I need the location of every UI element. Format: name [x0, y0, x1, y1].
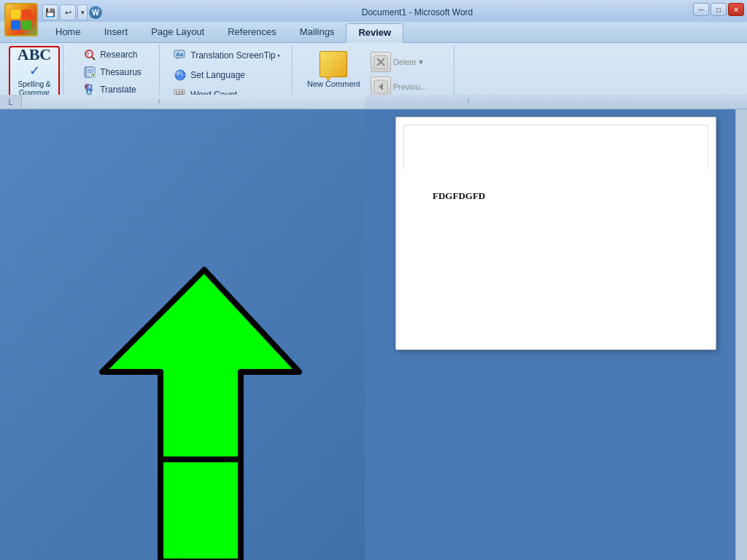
green-arrow — [73, 255, 306, 560]
tab-home[interactable]: Home — [44, 23, 93, 42]
translation-screentip-button[interactable]: Aa Translation ScreenTip ▾ — [169, 47, 285, 64]
white-page[interactable]: FDGFDGFD — [395, 117, 716, 350]
thesaurus-button[interactable]: T Thesaurus — [78, 63, 146, 81]
undo-button[interactable]: ↩ — [60, 4, 76, 20]
tab-bar: Home Insert Page Layout References Maili… — [0, 20, 747, 43]
svg-line-1 — [92, 57, 95, 60]
previous-label: Previou... — [393, 82, 427, 91]
horizontal-ruler: · · · · · · · · · · · 1 · · · · · · · · … — [22, 95, 365, 109]
document-area: L · · · · · · · · · · · 1 · · · · · · · … — [0, 95, 747, 560]
new-comment-label: New Comment — [307, 79, 360, 89]
delete-arrow: ▾ — [419, 57, 423, 67]
set-language-label: Set Language — [190, 70, 245, 80]
tab-references[interactable]: References — [216, 23, 287, 42]
previous-icon — [371, 77, 391, 97]
svg-text:♿: ♿ — [86, 84, 93, 90]
doc-page-area: FDGFDGFD — [365, 109, 747, 357]
set-language-icon: ABC — [173, 68, 187, 82]
delete-comment-button[interactable]: Delete ▾ — [368, 50, 430, 74]
proofing-items: ? Research T — [78, 46, 146, 98]
tab-review[interactable]: Review — [346, 23, 403, 43]
spelling-check-icon: ✓ — [29, 63, 40, 79]
svg-rect-30 — [160, 459, 241, 560]
comment-action-buttons: Delete ▾ Previou... — [368, 47, 430, 98]
close-button[interactable]: ✕ — [728, 3, 744, 16]
svg-text:?: ? — [86, 52, 89, 57]
spelling-abc-icon: ABC — [18, 47, 51, 63]
set-language-button[interactable]: ABC Set Language — [169, 66, 285, 84]
right-panel: · · · · · · · · · 1 · · · · · · · · · · … — [365, 95, 747, 560]
new-comment-button[interactable]: New Comment — [300, 47, 368, 92]
research-icon: ? — [82, 47, 97, 62]
research-button[interactable]: ? Research — [78, 46, 146, 63]
window-controls: ─ □ ✕ — [693, 3, 744, 16]
redo-button[interactable]: ▾ — [77, 4, 88, 20]
left-panel: L · · · · · · · · · · · 1 · · · · · · · … — [0, 95, 365, 560]
translation-screentip-arrow: ▾ — [277, 52, 280, 59]
svg-marker-16 — [177, 58, 179, 60]
doc-ruler-marks: · · · · · · · · · 1 · · · · · · · · · · … — [372, 98, 747, 104]
minimize-button[interactable]: ─ — [693, 3, 709, 16]
svg-text:ABC: ABC — [175, 71, 183, 75]
ruler-corner[interactable]: L — [0, 95, 22, 109]
word-icon: W — [89, 6, 102, 19]
thesaurus-icon: T — [82, 65, 97, 79]
save-button[interactable]: 💾 — [42, 4, 58, 20]
tab-insert[interactable]: Insert — [93, 23, 140, 42]
ruler-area: L · · · · · · · · · · · 1 · · · · · · · … — [0, 95, 365, 109]
document-text: FDGFDGFD — [433, 190, 679, 202]
translation-screentip-label: Translation ScreenTip — [190, 50, 276, 61]
spelling-grammar-button[interactable]: ABC ✓ Spelling & Grammar — [9, 46, 60, 98]
maximize-button[interactable]: □ — [711, 3, 727, 16]
office-button[interactable] — [4, 3, 38, 36]
thesaurus-label: Thesaurus — [100, 67, 142, 77]
vertical-scrollbar[interactable] — [735, 109, 747, 560]
translate-label: Translate — [100, 85, 136, 95]
delete-label: Delete — [393, 58, 417, 66]
translation-screentip-icon: Aa — [173, 48, 187, 63]
quick-access-toolbar: 💾 ↩ ▾ W — [42, 4, 102, 20]
title-bar: 💾 ↩ ▾ W Document1 - Microsoft Word ─ □ ✕ — [0, 0, 747, 22]
doc-ruler-top: · · · · · · · · · 1 · · · · · · · · · · … — [365, 95, 747, 109]
new-comment-icon — [319, 50, 348, 78]
ruler-marks: · · · · · · · · · · · 1 · · · · · · · · … — [22, 98, 365, 104]
delete-icon — [371, 52, 391, 72]
svg-text:T: T — [91, 74, 94, 78]
tab-pagelayout[interactable]: Page Layout — [139, 23, 216, 42]
research-label: Research — [100, 50, 137, 60]
tab-mailings[interactable]: Mailings — [288, 23, 347, 42]
window-title: Document1 - Microsoft Word — [204, 4, 630, 20]
svg-text:Aa: Aa — [176, 51, 184, 58]
